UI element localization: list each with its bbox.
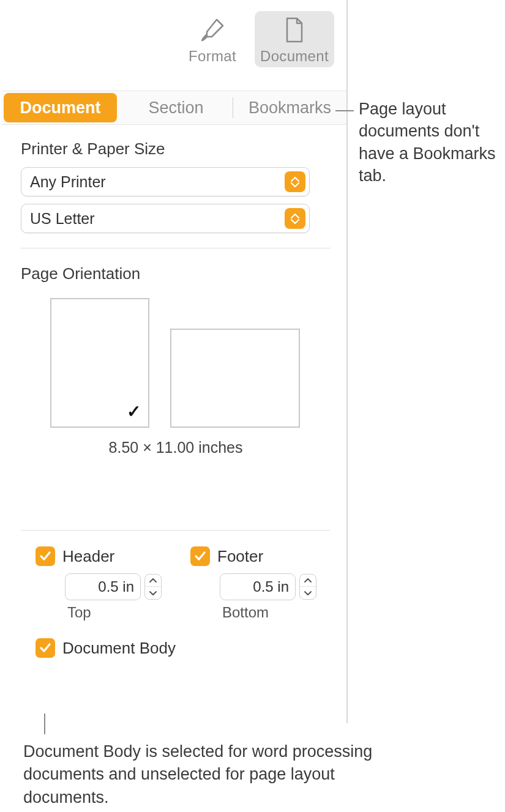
paper-size-popup[interactable]: US Letter [21,204,310,233]
header-stepper-buttons[interactable] [144,574,162,600]
footer-checkbox[interactable] [190,546,210,566]
page-dimensions: 8.50 × 11.00 inches [50,439,301,456]
orientation-row: ✓ [21,298,331,428]
document-body-row: Document Body [21,638,331,658]
toolbar: Format Document [1,0,346,91]
callout-line [335,110,354,111]
document-body-label: Document Body [62,639,176,658]
orientation-landscape[interactable] [170,329,300,428]
divider [21,530,331,531]
printer-section-title: Printer & Paper Size [21,140,331,158]
tabs: Document Section Bookmarks [1,91,346,125]
stepper-up-icon[interactable] [300,575,316,587]
header-checkbox[interactable] [36,546,55,566]
inspector-panel: Format Document Document Section Bookmar… [1,0,348,723]
paper-value: US Letter [21,210,285,228]
popup-chevron-icon [285,171,305,192]
orientation-title: Page Orientation [21,264,331,283]
check-icon: ✓ [127,401,141,422]
document-icon [282,16,307,44]
header-label: Header [62,547,114,566]
document-button-label: Document [260,48,329,65]
header-col: Header 0.5 in Top [36,546,176,621]
format-button[interactable]: Format [173,11,252,67]
divider [21,248,331,248]
callout-line [44,713,45,734]
header-stepper: 0.5 in [65,573,176,600]
tab-bookmarks[interactable]: Bookmarks [233,91,346,125]
inspector-content: Printer & Paper Size Any Printer US Lett… [1,125,346,658]
printer-value: Any Printer [21,173,285,191]
footer-label: Footer [217,547,263,566]
footer-col: Footer 0.5 in Bottom [190,546,331,621]
stepper-up-icon[interactable] [145,575,161,587]
stepper-down-icon[interactable] [300,587,316,599]
footer-stepper-buttons[interactable] [299,574,316,600]
header-sublabel: Top [67,604,176,621]
callout-document-body: Document Body is selected for word proce… [23,740,403,809]
footer-checkbox-row: Footer [190,546,331,566]
stepper-down-icon[interactable] [145,587,161,599]
tab-section[interactable]: Section [119,91,233,125]
format-button-label: Format [189,48,236,65]
header-checkbox-row: Header [36,546,176,566]
callout-bookmarks: Page layout documents don't have a Bookm… [359,98,505,187]
document-button[interactable]: Document [255,11,334,67]
footer-stepper: 0.5 in [220,573,331,600]
brush-icon [198,16,226,44]
footer-sublabel: Bottom [222,604,331,621]
popup-chevron-icon [285,208,305,229]
orientation-portrait[interactable]: ✓ [50,298,149,428]
document-body-checkbox[interactable] [36,638,55,658]
tab-document[interactable]: Document [4,93,117,122]
footer-value-input[interactable]: 0.5 in [220,573,296,600]
printer-popup[interactable]: Any Printer [21,167,310,196]
header-value-input[interactable]: 0.5 in [65,573,141,600]
header-footer-row: Header 0.5 in Top Footer [21,546,331,621]
